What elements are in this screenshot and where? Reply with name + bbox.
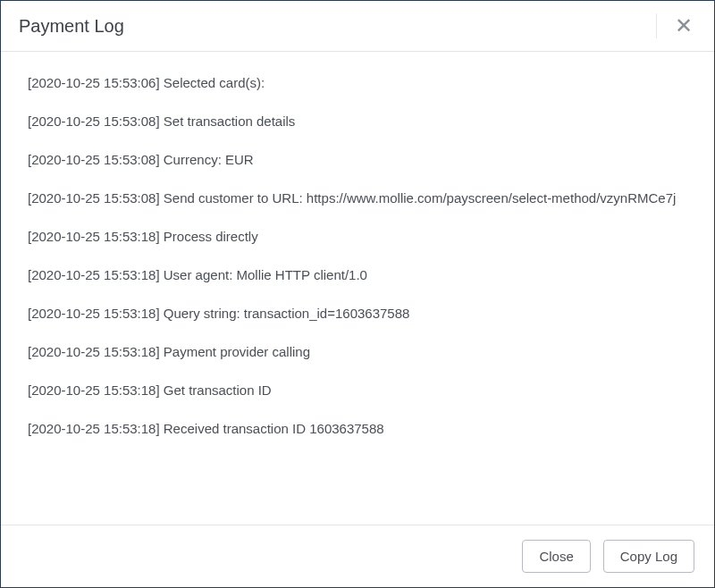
log-entry: [2020-10-25 15:53:08] Currency: EUR [28, 150, 687, 169]
log-entry: [2020-10-25 15:53:18] User agent: Mollie… [28, 265, 687, 284]
log-entry: [2020-10-25 15:53:08] Set transaction de… [28, 112, 687, 130]
modal-title: Payment Log [19, 16, 124, 37]
modal-body: [2020-10-25 15:53:06] Selected card(s):[… [1, 52, 714, 525]
log-entry: [2020-10-25 15:53:06] Selected card(s): [28, 73, 687, 92]
log-entry: [2020-10-25 15:53:18] Received transacti… [28, 419, 687, 438]
modal-header: Payment Log ✕ [1, 1, 714, 52]
log-entry: [2020-10-25 15:53:18] Process directly [28, 227, 687, 246]
copy-log-button[interactable]: Copy Log [603, 540, 694, 573]
log-scroll-area[interactable]: [2020-10-25 15:53:06] Selected card(s):[… [19, 70, 696, 507]
log-entry: [2020-10-25 15:53:18] Get transaction ID [28, 381, 687, 399]
log-entry: [2020-10-25 15:53:18] Query string: tran… [28, 304, 687, 323]
close-button[interactable]: Close [522, 540, 590, 573]
payment-log-modal: Payment Log ✕ [2020-10-25 15:53:06] Sele… [0, 0, 715, 588]
log-entry: [2020-10-25 15:53:18] Payment provider c… [28, 342, 687, 361]
log-entry: [2020-10-25 15:53:08] Send customer to U… [28, 189, 687, 207]
modal-footer: Close Copy Log [1, 525, 714, 587]
close-icon[interactable]: ✕ [656, 13, 696, 38]
